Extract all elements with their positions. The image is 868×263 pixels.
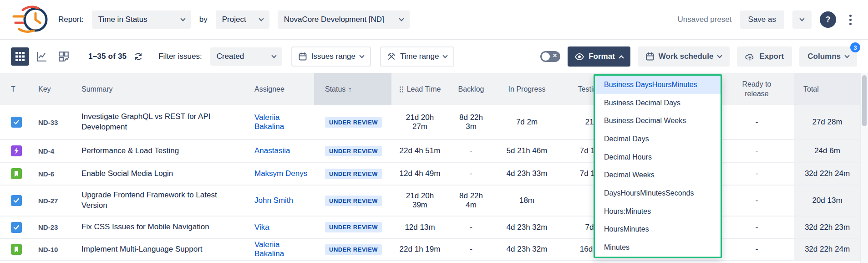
group-by-select[interactable]: Project: [216, 10, 269, 29]
chevron-down-icon: [180, 16, 185, 21]
table-row[interactable]: ND-4 Performance & Load Testing Anastasi…: [0, 139, 860, 162]
filter-value: Created: [217, 52, 244, 61]
columns-button[interactable]: Columns: [799, 46, 857, 67]
assignee-link[interactable]: Valeriia Bakalina: [254, 113, 284, 131]
issues-table: T Key Summary Assignee Status ↑: [0, 73, 860, 261]
work-schedule-button[interactable]: Work schedule: [638, 46, 730, 67]
issue-key: ND-4: [27, 139, 75, 162]
ready-to-release-cell: -: [719, 216, 794, 238]
status-badge: UNDER REVIEW: [325, 244, 382, 255]
save-as-label: Save as: [748, 15, 776, 24]
in-progress-cell: 4d 23h 33m: [494, 162, 560, 185]
format-label: Format: [589, 52, 615, 61]
column-header-summary[interactable]: Summary: [75, 73, 248, 105]
app-root: Report: Time in Status by Project NovaCo…: [0, 0, 868, 263]
lead-time-cell: 22d 1h 19m: [391, 238, 448, 260]
format-menu-item[interactable]: Business Decimal Weeks: [595, 112, 721, 130]
scrollbar-thumb[interactable]: [862, 75, 867, 126]
column-header-in-progress[interactable]: In Progress: [494, 73, 560, 105]
assignee-link[interactable]: John Smith: [254, 196, 293, 205]
epic-icon: [11, 145, 22, 156]
lead-time-cell: 22d 4h 51m: [391, 139, 448, 162]
pivot-view-button[interactable]: [55, 47, 73, 66]
column-header-key[interactable]: Key: [27, 73, 75, 105]
column-header-type[interactable]: T: [0, 73, 27, 105]
ready-to-release-cell: -: [719, 162, 794, 185]
column-header-total[interactable]: Total: [794, 73, 860, 105]
column-header-backlog[interactable]: Backlog: [448, 73, 494, 105]
column-header-lead-time[interactable]: Lead Time: [391, 73, 448, 105]
save-as-dropdown-button[interactable]: [792, 10, 812, 29]
help-button[interactable]: ?: [820, 11, 836, 28]
issue-summary: Fix CSS Issues for Mobile Navigation: [75, 216, 248, 238]
lead-time-cell: 12d 13m: [391, 216, 448, 238]
format-menu-item[interactable]: Business DaysHoursMinutes: [595, 76, 721, 94]
ready-to-release-cell: -: [719, 238, 794, 260]
issue-summary: Investigate GraphQL vs REST for API Deve…: [75, 105, 248, 139]
table-row[interactable]: ND-6 Enable Social Media Login Maksym De…: [0, 162, 860, 185]
total-cell: 20d 13m: [794, 185, 860, 216]
status-badge: UNDER REVIEW: [325, 169, 382, 179]
format-menu-item[interactable]: Decimal Hours: [595, 148, 721, 166]
lead-time-header-label: Lead Time: [407, 85, 441, 93]
issue-key: ND-10: [27, 238, 75, 260]
export-button[interactable]: Export: [737, 46, 792, 67]
more-menu-button[interactable]: [844, 11, 856, 28]
lead-time-cell: 21d 20h 39m: [391, 185, 448, 216]
grid-chart-icon: [58, 51, 70, 62]
toggle-switch[interactable]: ✕: [540, 51, 560, 62]
table-view-button[interactable]: [11, 47, 29, 66]
task-icon: [11, 117, 22, 128]
status-header-label: Status: [325, 85, 345, 93]
columns-button-wrap: Columns 3: [799, 46, 857, 67]
preset-status: Unsaved preset: [677, 15, 731, 24]
format-menu-item[interactable]: Decimal Days: [595, 130, 721, 148]
refresh-button[interactable]: [134, 52, 143, 61]
in-progress-cell: 4d 23h 32m: [494, 238, 560, 260]
report-type-value: Time in Status: [98, 15, 147, 24]
filter-issues-label: Filter issues:: [158, 52, 202, 61]
status-badge: UNDER REVIEW: [325, 117, 382, 128]
format-menu-item[interactable]: Decimal Weeks: [595, 166, 721, 185]
toggle-off-icon: ✕: [553, 52, 557, 59]
table-row[interactable]: ND-23 Fix CSS Issues for Mobile Navigati…: [0, 216, 860, 238]
assignee-link[interactable]: Valeriia Bakalina: [254, 240, 284, 258]
format-menu-item[interactable]: DaysHoursMinutesSeconds: [595, 184, 721, 202]
status-badge: UNDER REVIEW: [325, 222, 382, 232]
report-type-select[interactable]: Time in Status: [92, 10, 191, 29]
issues-range-label: Issues range: [311, 52, 355, 61]
project-select[interactable]: NovaCore Development [ND]: [278, 10, 410, 29]
column-header-assignee[interactable]: Assignee: [248, 73, 314, 105]
table-row[interactable]: ND-10 Implement Multi-Language Support V…: [0, 238, 860, 260]
save-as-button[interactable]: Save as: [740, 10, 784, 29]
result-count: 1–35 of 35: [88, 52, 127, 61]
format-menu-item[interactable]: Business Decimal Days: [595, 94, 721, 112]
chart-view-button[interactable]: [33, 47, 51, 66]
chevron-down-icon: [443, 53, 448, 58]
issues-range-button[interactable]: Issues range: [291, 46, 371, 67]
column-header-status[interactable]: Status ↑: [314, 73, 391, 105]
backlog-cell: -: [448, 139, 494, 162]
table-row[interactable]: ND-27 Upgrade Frontend Framework to Late…: [0, 185, 860, 216]
total-cell: 27d 28m: [794, 105, 860, 139]
format-menu-item[interactable]: Hours:Minutes: [595, 202, 721, 221]
table-row[interactable]: ND-33 Investigate GraphQL vs REST for AP…: [0, 105, 860, 139]
chevron-down-icon: [259, 16, 264, 21]
assignee-link[interactable]: Anastasiia: [254, 146, 290, 155]
issue-key: ND-23: [27, 216, 75, 238]
time-range-button[interactable]: Time range: [380, 46, 454, 67]
ready-to-release-cell: -: [719, 105, 794, 139]
lead-time-cell: 21d 20h 27m: [391, 105, 448, 139]
task-icon: [11, 195, 22, 206]
format-button[interactable]: Format: [568, 46, 630, 67]
filter-select[interactable]: Created: [210, 47, 282, 66]
assignee-link[interactable]: Maksym Denys: [254, 169, 307, 178]
app-logo-icon: [12, 5, 50, 34]
format-menu-item[interactable]: Minutes: [595, 238, 721, 257]
assignee-link[interactable]: Vika: [254, 223, 269, 232]
vertical-scrollbar[interactable]: [860, 73, 868, 263]
ready-to-release-cell: -: [719, 185, 794, 216]
backlog-cell: 8d 22h 3m: [448, 105, 494, 139]
column-header-ready-to-release[interactable]: Ready to release: [719, 73, 794, 105]
format-menu-item[interactable]: HoursMinutes: [595, 221, 721, 239]
